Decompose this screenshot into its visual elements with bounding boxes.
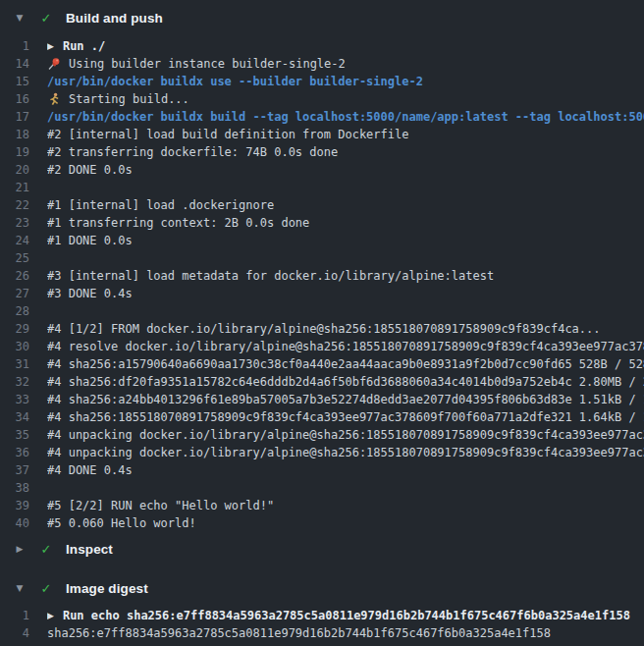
line-number[interactable]: 18 — [0, 126, 29, 143]
log-text: #2 [internal] load build definition from… — [47, 126, 408, 143]
log-text: #1 DONE 0.0s — [47, 232, 133, 249]
command-text: /usr/bin/docker buildx build --tag local… — [47, 108, 644, 126]
group-toggle-icon[interactable]: ▶ — [47, 607, 54, 624]
line-number[interactable]: 33 — [0, 391, 29, 408]
log-text: #4 [1/2] FROM docker.io/library/alpine@s… — [47, 320, 601, 338]
line-number[interactable]: 34 — [0, 408, 29, 426]
log-line: 17/usr/bin/docker buildx build --tag loc… — [0, 108, 644, 126]
log-text: #4 sha256:a24bb4013296f61e89ba57005a7b3e… — [47, 391, 644, 408]
log-line: 18#2 [internal] load build definition fr… — [0, 126, 644, 143]
chevron-right-icon[interactable]: ▶ — [13, 544, 27, 554]
log-line: 27#3 DONE 0.4s — [0, 285, 644, 302]
log-text: Using builder instance builder-single-2 — [47, 55, 346, 73]
line-number[interactable]: 31 — [0, 355, 29, 373]
log-text: #3 DONE 0.4s — [47, 285, 133, 302]
line-number[interactable]: 26 — [0, 267, 29, 285]
line-number[interactable]: 40 — [0, 514, 29, 532]
log-text: #4 resolve docker.io/library/alpine@sha2… — [47, 338, 644, 355]
log-line: 25 — [0, 249, 644, 267]
section-header-inspect[interactable]: ▶ ✓ Inspect — [0, 532, 644, 565]
log-lines: 1▶Run echo sha256:e7ff8834a5963a2785c5a0… — [0, 607, 644, 642]
line-number[interactable]: 14 — [0, 55, 29, 73]
check-icon: ✓ — [38, 542, 54, 557]
log-text: ▶Run ./ — [47, 37, 105, 55]
log-text: Starting build... — [47, 90, 189, 108]
check-icon: ✓ — [38, 11, 54, 26]
line-number[interactable]: 37 — [0, 461, 29, 479]
line-number[interactable]: 23 — [0, 214, 29, 232]
log-line: 1▶Run echo sha256:e7ff8834a5963a2785c5a0… — [0, 607, 644, 624]
log-line: 14Using builder instance builder-single-… — [0, 55, 644, 73]
line-number[interactable]: 19 — [0, 143, 29, 161]
line-number[interactable]: 22 — [0, 196, 29, 214]
section-header-image-digest[interactable]: ▼ ✓ Image digest — [0, 571, 644, 605]
log-line: 21 — [0, 179, 644, 196]
log-line: 38 — [0, 479, 644, 497]
log-lines: 1▶Run ./14Using builder instance builder… — [0, 37, 644, 532]
log-text: #5 0.060 Hello world! — [47, 514, 196, 532]
log-text: #2 DONE 0.0s — [47, 161, 133, 179]
line-number[interactable]: 35 — [0, 426, 29, 444]
line-number[interactable]: 16 — [0, 90, 29, 108]
line-number[interactable]: 28 — [0, 302, 29, 320]
log-line: 34#4 sha256:185518070891758909c9f839cf4c… — [0, 408, 644, 426]
runner-emoji — [47, 92, 61, 106]
log-text: #1 [internal] load .dockerignore — [47, 196, 274, 214]
log-text: #2 transferring dockerfile: 74B 0.0s don… — [47, 143, 338, 161]
log-text: #4 sha256:df20fa9351a15782c64e6dddb2d4a6… — [47, 373, 644, 391]
log-text: #4 DONE 0.4s — [47, 461, 133, 479]
chevron-down-icon[interactable]: ▼ — [13, 583, 27, 593]
section-title: Inspect — [66, 542, 113, 557]
chevron-down-icon[interactable]: ▼ — [13, 13, 27, 23]
log-line: 39#5 [2/2] RUN echo "Hello world!" — [0, 497, 644, 514]
log-line: 24#1 DONE 0.0s — [0, 232, 644, 249]
log-text: #4 unpacking docker.io/library/alpine@sh… — [47, 426, 644, 444]
log-line: 36#4 unpacking docker.io/library/alpine@… — [0, 444, 644, 461]
pushpin-emoji — [47, 57, 61, 71]
log-line: 37#4 DONE 0.4s — [0, 461, 644, 479]
line-number[interactable]: 36 — [0, 444, 29, 461]
section-title: Image digest — [66, 581, 148, 596]
log-line: 32#4 sha256:df20fa9351a15782c64e6dddb2d4… — [0, 373, 644, 391]
log-line: 28 — [0, 302, 644, 320]
line-number[interactable]: 29 — [0, 320, 29, 338]
log-text: ▶Run echo sha256:e7ff8834a5963a2785c5a08… — [47, 607, 630, 624]
log-text: #4 sha256:185518070891758909c9f839cf4ca3… — [47, 408, 644, 426]
log-text: #3 [internal] load metadata for docker.i… — [47, 267, 494, 285]
log-line: 16Starting build... — [0, 90, 644, 108]
log-text: #5 [2/2] RUN echo "Hello world!" — [47, 497, 274, 514]
log-line: 31#4 sha256:a15790640a6690aa1730c38cf0a4… — [0, 355, 644, 373]
log-line: 26#3 [internal] load metadata for docker… — [0, 267, 644, 285]
line-number[interactable]: 25 — [0, 249, 29, 267]
log-line: 19#2 transferring dockerfile: 74B 0.0s d… — [0, 143, 644, 161]
log-text: #4 sha256:a15790640a6690aa1730c38cf0a440… — [47, 355, 644, 373]
line-number[interactable]: 21 — [0, 179, 29, 196]
line-number[interactable]: 1 — [0, 37, 29, 55]
section-header-build-and-push[interactable]: ▼ ✓ Build and push — [0, 0, 644, 35]
line-number[interactable]: 39 — [0, 497, 29, 514]
line-number[interactable]: 38 — [0, 479, 29, 497]
log-line: 33#4 sha256:a24bb4013296f61e89ba57005a7b… — [0, 391, 644, 408]
log-section-image-digest: ▼ ✓ Image digest 1▶Run echo sha256:e7ff8… — [0, 571, 644, 642]
log-line: 1▶Run ./ — [0, 37, 644, 55]
line-number[interactable]: 27 — [0, 285, 29, 302]
log-line: 23#1 transferring context: 2B 0.0s done — [0, 214, 644, 232]
group-toggle-icon[interactable]: ▶ — [47, 37, 54, 55]
line-number[interactable]: 17 — [0, 108, 29, 126]
line-number[interactable]: 24 — [0, 232, 29, 249]
line-number[interactable]: 20 — [0, 161, 29, 179]
section-title: Build and push — [66, 11, 163, 26]
line-number[interactable]: 30 — [0, 338, 29, 355]
check-icon: ✓ — [38, 581, 54, 596]
log-line: 22#1 [internal] load .dockerignore — [0, 196, 644, 214]
log-line: 4sha256:e7ff8834a5963a2785c5a0811e979d16… — [0, 624, 644, 642]
command-text: /usr/bin/docker buildx use --builder bui… — [47, 73, 423, 90]
log-section-build-and-push: ▼ ✓ Build and push 1▶Run ./14Using build… — [0, 0, 644, 532]
line-number[interactable]: 15 — [0, 73, 29, 90]
line-number[interactable]: 4 — [0, 624, 29, 642]
log-line: 40#5 0.060 Hello world! — [0, 514, 644, 532]
line-number[interactable]: 1 — [0, 607, 29, 624]
line-number[interactable]: 32 — [0, 373, 29, 391]
log-line: 15/usr/bin/docker buildx use --builder b… — [0, 73, 644, 90]
log-text: #1 transferring context: 2B 0.0s done — [47, 214, 309, 232]
